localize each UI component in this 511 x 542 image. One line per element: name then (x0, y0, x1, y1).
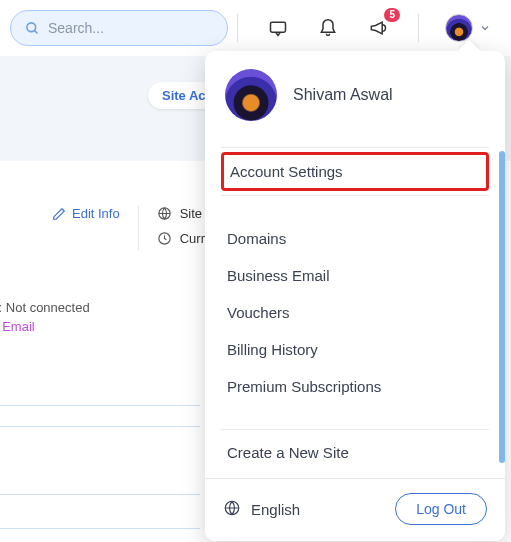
divider (221, 429, 489, 430)
announce-icon[interactable]: 5 (364, 14, 392, 42)
scrollbar[interactable] (499, 151, 505, 463)
globe-icon (223, 499, 241, 520)
chevron-down-icon (479, 22, 491, 34)
edit-info-label: Edit Info (72, 206, 120, 221)
search-box[interactable] (10, 10, 228, 46)
menu-item-domains[interactable]: Domains (221, 220, 489, 257)
top-bar: 5 (0, 0, 511, 56)
svg-point-0 (27, 22, 36, 31)
dropdown-footer: English Log Out (205, 478, 505, 541)
language-label: English (251, 501, 300, 518)
divider (221, 195, 489, 196)
divider (221, 147, 489, 148)
menu-item-account-settings[interactable]: Account Settings (221, 152, 489, 191)
profile-dropdown: Shivam Aswal Account Settings Domains Bu… (205, 51, 505, 541)
bell-icon[interactable] (314, 14, 342, 42)
chat-icon[interactable] (264, 14, 292, 42)
avatar (225, 69, 277, 121)
user-name: Shivam Aswal (293, 86, 393, 104)
dropdown-header: Shivam Aswal (205, 51, 505, 143)
divider (418, 14, 419, 42)
status-label: ness Email: Not connected (0, 300, 90, 315)
edit-info-link[interactable]: Edit Info (52, 206, 120, 221)
menu-item-premium-subscriptions[interactable]: Premium Subscriptions (221, 368, 489, 405)
business-email-link[interactable]: n Business Email (0, 319, 90, 334)
profile-trigger[interactable] (445, 14, 491, 42)
search-icon (25, 21, 40, 36)
topbar-icons: 5 (233, 14, 501, 42)
search-input[interactable] (48, 20, 213, 36)
divider (237, 14, 238, 42)
menu-item-business-email[interactable]: Business Email (221, 257, 489, 294)
svg-line-1 (34, 30, 37, 33)
status-block: ness Email: Not connected n Business Ema… (0, 300, 90, 334)
info-row: Edit Info Site la Curre (0, 206, 216, 250)
menu-item-vouchers[interactable]: Vouchers (221, 294, 489, 331)
language-button[interactable]: English (223, 499, 300, 520)
svg-rect-2 (271, 22, 286, 32)
logout-button[interactable]: Log Out (395, 493, 487, 525)
avatar (445, 14, 473, 42)
menu-item-billing-history[interactable]: Billing History (221, 331, 489, 368)
menu-item-create-site[interactable]: Create a New Site (221, 434, 489, 471)
notification-badge: 5 (384, 8, 400, 22)
menu-item-help-center[interactable]: Help Center (221, 471, 489, 478)
divider (138, 206, 139, 250)
